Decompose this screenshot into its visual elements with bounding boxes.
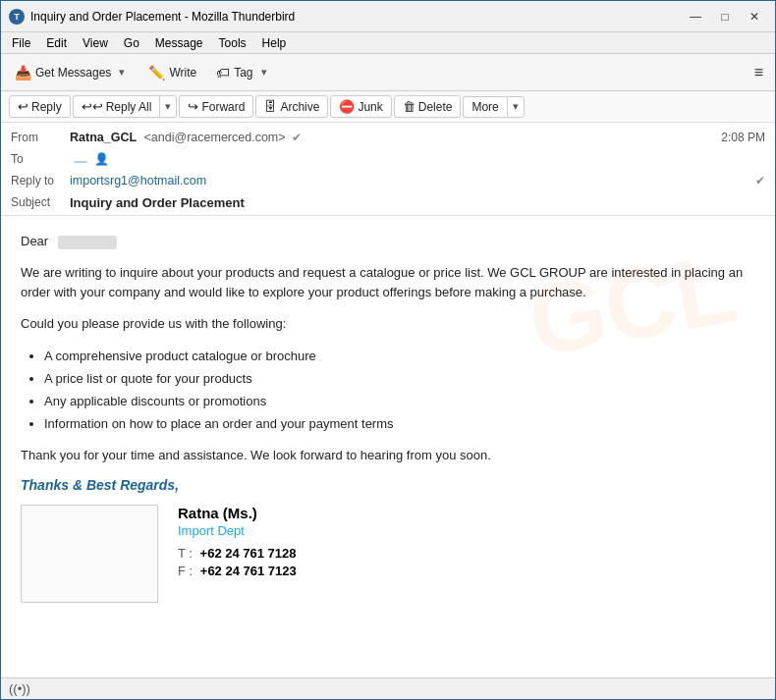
forward-icon: ↪ [188,99,198,114]
closing-text: Thanks & Best Regards, [21,477,755,493]
to-row: To 👤 [11,148,765,170]
bullet-list: A comprehensive product catalogue or bro… [44,347,755,435]
to-label: To [11,152,70,166]
get-messages-button[interactable]: 📥 Get Messages ▾ [7,60,137,84]
email-body: GCL Dear We are writing to inquire about… [1,216,775,677]
sig-phone-label: T : [178,546,193,561]
reply-all-button[interactable]: ↩↩ Reply All [73,95,160,118]
to-value: 👤 [70,152,765,166]
maximize-button[interactable]: □ [712,7,738,27]
reply-to-label: Reply to [11,174,70,188]
archive-button[interactable]: 🗄 Archive [255,95,328,118]
from-label: From [11,131,70,144]
archive-label: Archive [280,100,319,114]
greeting-name [58,236,117,249]
reply-all-icon: ↩↩ [82,99,103,114]
reply-to-icon: ✔ [755,174,765,188]
get-messages-dropdown[interactable]: ▾ [115,63,129,81]
junk-button[interactable]: ⛔ Junk [330,95,391,118]
from-value: Ratna_GCL <andi@racemerced.com> ✔ [70,131,721,144]
minimize-button[interactable]: — [683,7,708,27]
to-recipient-chip [74,161,87,163]
delete-button[interactable]: 🗑 Delete [394,95,462,118]
archive-icon: 🗄 [264,99,277,114]
reply-all-label: Reply All [106,100,152,114]
tag-label: Tag [234,66,252,80]
tag-icon: 🏷 [216,65,230,81]
close-button[interactable]: ✕ [742,7,767,27]
greeting-text: Dear [21,234,48,248]
list-item: Any applicable discounts or promotions [44,392,755,411]
sig-fax-label: F : [178,564,193,578]
action-bar: ↩ Reply ↩↩ Reply All ▾ ↪ Forward 🗄 Archi… [1,91,775,123]
write-label: Write [169,66,196,80]
main-window: T Inquiry and Order Placement - Mozilla … [0,0,776,700]
list-item: Information on how to place an order and… [44,414,755,434]
forward-label: Forward [201,100,245,114]
sig-fax-number: +62 24 761 7123 [200,564,297,578]
tag-button[interactable]: 🏷 Tag ▾ [208,60,278,84]
reply-to-value: importsrg1@hotmail.com [70,174,752,188]
get-messages-label: Get Messages [35,66,111,80]
email-time: 2:08 PM [721,131,765,144]
signature-logo [21,505,158,603]
more-label: More [471,100,498,114]
tag-dropdown[interactable]: ▾ [257,63,271,81]
status-bar: ((•)) [1,677,775,699]
more-split: More ▾ [463,96,524,118]
write-icon: ✏️ [148,65,165,81]
window-title: Inquiry and Order Placement - Mozilla Th… [30,10,683,24]
menu-go[interactable]: Go [117,35,146,51]
reply-label: Reply [31,100,62,114]
get-messages-icon: 📥 [15,65,31,81]
app-icon: T [9,9,25,25]
title-bar: T Inquiry and Order Placement - Mozilla … [1,1,775,32]
menu-view[interactable]: View [76,35,115,51]
sig-phone: T : +62 24 761 7128 [178,546,297,561]
from-name: Ratna_GCL [70,131,137,144]
more-dropdown[interactable]: ▾ [507,96,525,118]
from-email: <andi@racemerced.com> [144,131,286,144]
email-meta: From Ratna_GCL <andi@racemerced.com> ✔ 2… [1,123,775,215]
menu-help[interactable]: Help [255,35,294,51]
sig-dept: Import Dept [178,523,297,538]
reply-button[interactable]: ↩ Reply [9,95,71,118]
menu-edit[interactable]: Edit [39,35,74,51]
email-content: Dear We are writing to inquire about you… [21,232,755,465]
menu-message[interactable]: Message [148,35,210,51]
sig-phone-number: +62 24 761 7128 [200,546,297,561]
signature-block: Ratna (Ms.) Import Dept T : +62 24 761 7… [21,505,755,603]
from-row: From Ratna_GCL <andi@racemerced.com> ✔ 2… [11,127,765,148]
reply-all-dropdown[interactable]: ▾ [159,95,177,118]
hamburger-menu-icon[interactable]: ≡ [748,61,769,84]
paragraph-1: We are writing to inquire about your pro… [21,263,755,302]
sig-fax: F : +62 24 761 7123 [178,564,297,578]
menu-bar: File Edit View Go Message Tools Help [1,32,775,54]
signature-info: Ratna (Ms.) Import Dept T : +62 24 761 7… [178,505,297,603]
junk-label: Junk [358,100,382,114]
menu-file[interactable]: File [5,35,37,51]
delete-label: Delete [418,100,453,114]
reply-all-split: ↩↩ Reply All ▾ [73,95,178,118]
sig-name: Ratna (Ms.) [178,505,297,521]
email-header: ↩ Reply ↩↩ Reply All ▾ ↪ Forward 🗄 Archi… [1,91,775,216]
reply-icon: ↩ [18,99,28,114]
paragraph-3: Thank you for your time and assistance. … [21,446,755,465]
subject-label: Subject [11,195,70,209]
greeting-paragraph: Dear [21,232,755,251]
list-item: A comprehensive product catalogue or bro… [44,347,755,366]
to-icon: 👤 [94,152,109,166]
from-verified-icon: ✔ [292,131,302,144]
junk-icon: ⛔ [339,99,355,114]
menu-tools[interactable]: Tools [212,35,253,51]
reply-to-row: Reply to importsrg1@hotmail.com ✔ [11,170,765,191]
paragraph-2: Could you please provide us with the fol… [21,314,755,334]
write-button[interactable]: ✏️ Write [140,62,204,83]
connection-icon: ((•)) [9,681,30,696]
delete-icon: 🗑 [403,99,416,114]
window-controls: — □ ✕ [683,7,767,27]
toolbar: 📥 Get Messages ▾ ✏️ Write 🏷 Tag ▾ ≡ [1,54,775,91]
forward-button[interactable]: ↪ Forward [179,95,253,118]
more-button[interactable]: More [463,96,506,118]
subject-row: Subject Inquiry and Order Placement [11,191,765,213]
